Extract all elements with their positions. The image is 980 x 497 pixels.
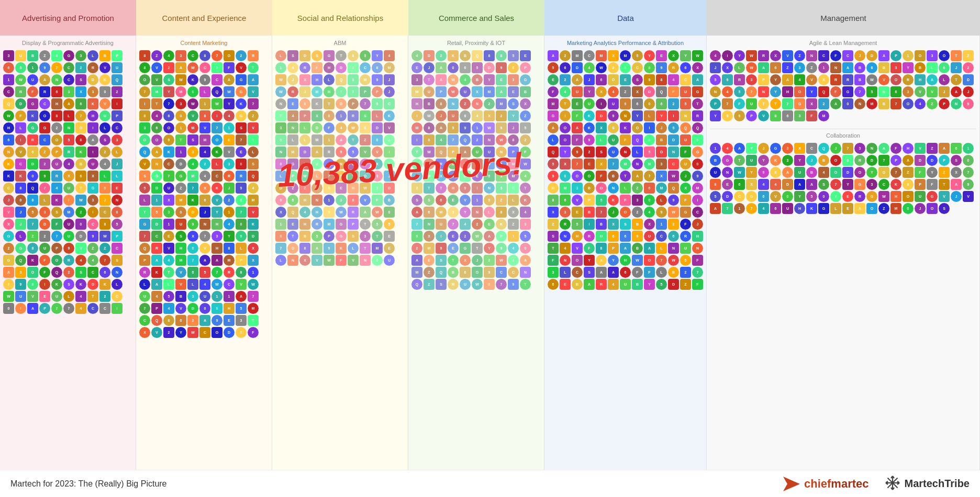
logo-item[interactable]: 3 (548, 267, 559, 278)
logo-item[interactable]: 5 (656, 279, 667, 290)
logo-item[interactable]: G (236, 86, 247, 97)
logo-item[interactable]: Q (411, 279, 422, 290)
logo-item[interactable]: C (496, 267, 507, 278)
logo-item[interactable]: 1 (163, 219, 174, 230)
logo-item[interactable]: 6 (372, 255, 383, 266)
logo-item[interactable]: 6 (175, 315, 186, 326)
logo-item[interactable]: Q (151, 315, 162, 326)
logo-item[interactable]: M (572, 50, 583, 61)
logo-item[interactable]: 5 (236, 303, 247, 314)
logo-item[interactable]: 4 (560, 243, 571, 254)
logo-item[interactable]: A (311, 243, 322, 254)
logo-item[interactable]: I (508, 231, 519, 242)
logo-item[interactable]: P (151, 303, 162, 314)
logo-item[interactable]: Y (584, 86, 595, 97)
logo-item[interactable]: D (187, 207, 198, 218)
logo-item[interactable]: 7 (878, 155, 889, 166)
logo-item[interactable]: L (927, 62, 938, 73)
logo-item[interactable]: U (448, 110, 459, 121)
logo-item[interactable]: 1 (656, 219, 667, 230)
logo-item[interactable]: Z (384, 134, 395, 145)
logo-item[interactable]: 7 (644, 171, 655, 182)
logo-item[interactable]: S (360, 110, 371, 121)
logo-item[interactable]: D (27, 159, 38, 170)
logo-item[interactable]: X (508, 207, 519, 218)
logo-item[interactable]: 4 (199, 146, 210, 157)
logo-item[interactable]: M (866, 98, 877, 109)
logo-item[interactable]: 9 (484, 267, 495, 278)
logo-item[interactable]: 9 (15, 279, 26, 290)
logo-item[interactable]: B (424, 98, 435, 109)
logo-item[interactable]: K (99, 74, 110, 85)
logo-item[interactable]: N (484, 183, 495, 194)
logo-item[interactable]: B (75, 159, 86, 170)
logo-item[interactable]: A (782, 74, 793, 85)
logo-item[interactable]: A (496, 86, 507, 97)
logo-item[interactable]: N (608, 183, 619, 194)
logo-item[interactable]: B (584, 207, 595, 218)
logo-item[interactable]: U (163, 183, 174, 194)
logo-item[interactable]: N (620, 146, 631, 157)
logo-item[interactable]: Z (39, 146, 50, 157)
logo-item[interactable]: 7 (27, 219, 38, 230)
logo-item[interactable]: F (336, 255, 347, 266)
logo-item[interactable]: 1 (903, 50, 914, 61)
logo-item[interactable]: A (758, 62, 769, 73)
logo-item[interactable]: Y (224, 98, 235, 109)
logo-item[interactable]: U (63, 219, 74, 230)
logo-item[interactable]: 9 (758, 167, 769, 178)
logo-item[interactable]: A (436, 74, 447, 85)
logo-item[interactable]: B (710, 155, 721, 166)
logo-item[interactable]: M (890, 203, 901, 214)
logo-item[interactable]: 5 (596, 195, 607, 206)
logo-item[interactable]: H (299, 219, 310, 230)
logo-item[interactable]: Q (460, 134, 471, 145)
logo-item[interactable]: Y (632, 110, 643, 121)
logo-item[interactable]: W (175, 74, 186, 85)
logo-item[interactable]: W (668, 255, 679, 266)
logo-item[interactable]: Z (548, 219, 559, 230)
logo-item[interactable]: 1 (175, 146, 186, 157)
logo-item[interactable]: V (770, 191, 781, 202)
logo-item[interactable]: 8 (75, 134, 86, 145)
logo-item[interactable]: 3 (336, 195, 347, 206)
logo-item[interactable]: T (248, 62, 259, 73)
logo-item[interactable]: E (842, 191, 853, 202)
logo-item[interactable]: M (187, 122, 198, 133)
logo-item[interactable]: G (866, 191, 877, 202)
logo-item[interactable]: U (175, 219, 186, 230)
logo-item[interactable]: H (692, 231, 703, 242)
logo-item[interactable]: L (656, 195, 667, 206)
logo-item[interactable]: 8 (163, 110, 174, 121)
logo-item[interactable]: 2 (163, 62, 174, 73)
logo-item[interactable]: O (608, 74, 619, 85)
logo-item[interactable]: V (248, 86, 259, 97)
logo-item[interactable]: W (472, 279, 483, 290)
logo-item[interactable]: 4 (336, 122, 347, 133)
logo-item[interactable]: 9 (656, 207, 667, 218)
logo-item[interactable]: 2 (560, 50, 571, 61)
logo-item[interactable]: O (915, 50, 926, 61)
logo-item[interactable]: I (15, 134, 26, 145)
logo-item[interactable]: 2 (472, 219, 483, 230)
logo-item[interactable]: 2 (75, 207, 86, 218)
logo-item[interactable]: Y (806, 86, 817, 97)
logo-item[interactable]: L (275, 255, 286, 266)
logo-item[interactable]: W (187, 327, 198, 338)
logo-item[interactable]: X (75, 86, 86, 97)
logo-item[interactable]: F (680, 146, 691, 157)
logo-item[interactable]: E (224, 134, 235, 145)
logo-item[interactable]: 7 (139, 303, 150, 314)
logo-item[interactable]: N (472, 98, 483, 109)
logo-item[interactable]: A (951, 179, 962, 190)
logo-item[interactable]: V (15, 146, 26, 157)
logo-item[interactable]: P (915, 179, 926, 190)
logo-item[interactable]: K (15, 171, 26, 182)
logo-item[interactable]: Y (644, 279, 655, 290)
logo-item[interactable]: 0 (424, 134, 435, 145)
logo-item[interactable]: Z (794, 50, 805, 61)
logo-item[interactable]: X (951, 167, 962, 178)
logo-item[interactable]: Y (842, 179, 853, 190)
logo-item[interactable]: E (384, 243, 395, 254)
logo-item[interactable]: S (424, 195, 435, 206)
